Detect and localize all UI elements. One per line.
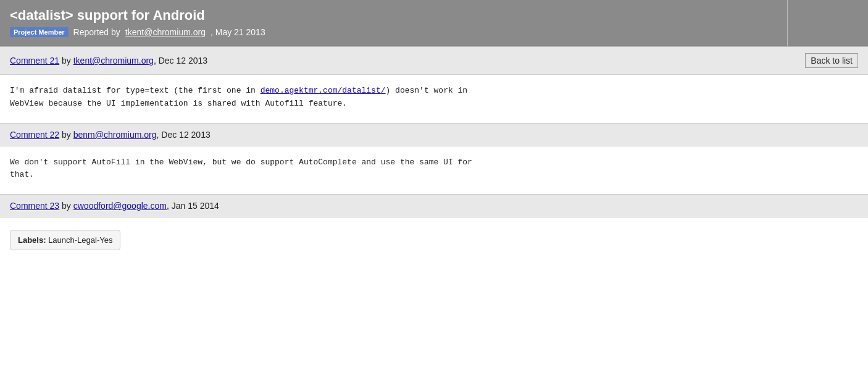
comment-23-header-text: Comment 23 by cwoodford@google.com, Jan … — [10, 201, 219, 211]
comment-22-link[interactable]: Comment 22 — [10, 130, 59, 140]
comment-21-date: , Dec 12 2013 — [154, 56, 207, 65]
project-member-badge: Project Member — [10, 27, 69, 37]
comment-22-author-link[interactable]: benm@chromium.org — [73, 130, 157, 140]
comment-22-date: , Dec 12 2013 — [157, 130, 211, 140]
back-to-list-button[interactable]: Back to list — [805, 53, 858, 68]
comment-21-author-link[interactable]: tkent@chromium.org — [73, 56, 154, 65]
comment-22-section: Comment 22 by benm@chromium.org, Dec 12 … — [0, 123, 868, 195]
labels-label: Labels: — [18, 235, 46, 245]
labels-value: Launch-Legal-Yes — [48, 235, 112, 245]
reported-by-prefix: Reported by — [73, 27, 120, 37]
comment-21-header: Comment 21 by tkent@chromium.org, Dec 12… — [0, 46, 868, 75]
comment-21-section: Comment 21 by tkent@chromium.org, Dec 12… — [0, 46, 868, 123]
comment-23-date: , Jan 15 2014 — [167, 201, 219, 211]
issue-meta: Project Member Reported by tkent@chromiu… — [10, 27, 858, 37]
comment-21-header-text: Comment 21 by tkent@chromium.org, Dec 12… — [10, 56, 207, 65]
comment-23-by: by — [62, 201, 73, 211]
comment-22-header: Comment 22 by benm@chromium.org, Dec 12 … — [0, 123, 868, 146]
comment-23-body: Labels: Launch-Legal-Yes — [0, 217, 868, 260]
vertical-divider — [787, 0, 788, 46]
comment-23-author-link[interactable]: cwoodford@google.com — [73, 201, 167, 211]
comment-23-link[interactable]: Comment 23 — [10, 201, 59, 211]
comment-22-body: We don't support AutoFill in the WebView… — [0, 146, 868, 195]
reporter-email-link[interactable]: tkent@chromium.org — [125, 27, 206, 37]
demo-link[interactable]: demo.agektmr.com/datalist/ — [261, 86, 386, 95]
issue-title: <datalist> support for Android — [10, 7, 858, 23]
comment-21-link[interactable]: Comment 21 — [10, 56, 59, 65]
reported-date: , May 21 2013 — [211, 27, 265, 37]
comment-23-section: Comment 23 by cwoodford@google.com, Jan … — [0, 194, 868, 260]
comment-23-header: Comment 23 by cwoodford@google.com, Jan … — [0, 194, 868, 217]
comment-21-body: I'm afraid datalist for type=text (the f… — [0, 75, 868, 123]
comment-22-by: by — [62, 130, 73, 140]
issue-header: <datalist> support for Android Project M… — [0, 0, 868, 46]
labels-box: Labels: Launch-Legal-Yes — [10, 230, 120, 250]
comment-22-header-text: Comment 22 by benm@chromium.org, Dec 12 … — [10, 130, 211, 140]
comment-21-by: by — [62, 56, 73, 65]
